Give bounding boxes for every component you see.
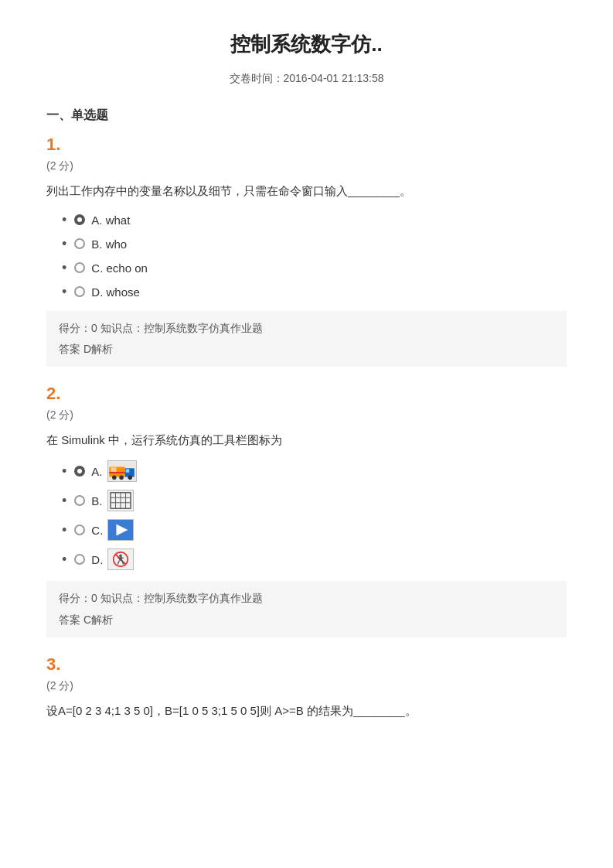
- svg-line-20: [118, 561, 120, 565]
- svg-rect-7: [109, 472, 124, 473]
- radio-2-a[interactable]: [74, 466, 85, 477]
- option-2-d-label: D.: [91, 553, 103, 566]
- svg-rect-6: [111, 468, 116, 473]
- question-2: 2. (2 分) 在 Simulink 中，运行系统仿真的工具栏图标为 A.: [46, 384, 567, 637]
- svg-marker-14: [117, 525, 128, 536]
- question-2-score: (2 分): [46, 408, 567, 422]
- option-2-c[interactable]: C.: [62, 519, 567, 541]
- question-2-text: 在 Simulink 中，运行系统仿真的工具栏图标为: [46, 430, 567, 450]
- radio-1-a[interactable]: [74, 214, 85, 225]
- question-3-number: 3.: [46, 654, 567, 675]
- truck-icon: [107, 460, 137, 482]
- radio-2-c[interactable]: [74, 525, 85, 535]
- option-1-b[interactable]: B. who: [62, 236, 567, 252]
- question-3: 3. (2 分) 设A=[0 2 3 4;1 3 5 0]，B=[1 0 5 3…: [46, 654, 567, 721]
- option-1-c-label: C. echo on: [91, 261, 148, 275]
- svg-point-2: [112, 476, 117, 480]
- option-2-c-label: C.: [91, 524, 103, 537]
- option-1-a[interactable]: A. what: [62, 212, 567, 228]
- option-2-a[interactable]: A.: [62, 460, 567, 482]
- question-3-text: 设A=[0 2 3 4;1 3 5 0]，B=[1 0 5 3;1 5 0 5]…: [46, 701, 567, 721]
- option-2-b-label: B.: [91, 494, 102, 507]
- radio-1-d[interactable]: [74, 286, 85, 297]
- question-1-score: (2 分): [46, 159, 567, 173]
- grid-icon: [107, 490, 134, 511]
- question-1-text: 列出工作内存中的变量名称以及细节，只需在命令窗口输入________。: [46, 181, 567, 201]
- svg-rect-5: [125, 470, 129, 473]
- radio-1-b[interactable]: [74, 238, 85, 249]
- question-1-number: 1.: [46, 135, 567, 155]
- question-2-number: 2.: [46, 384, 567, 404]
- answer-line-1: 答案 D解析: [59, 340, 554, 359]
- question-2-options: A. B.: [62, 460, 567, 570]
- option-1-d[interactable]: D. whose: [62, 284, 567, 300]
- question-1: 1. (2 分) 列出工作内存中的变量名称以及细节，只需在命令窗口输入_____…: [46, 135, 567, 367]
- option-1-a-label: A. what: [91, 214, 130, 227]
- submit-time: 交卷时间：2016-04-01 21:13:58: [46, 72, 567, 86]
- option-1-d-label: D. whose: [91, 285, 140, 299]
- option-1-b-label: B. who: [91, 238, 127, 251]
- forbidden-icon: [107, 548, 134, 570]
- radio-2-d[interactable]: [74, 554, 85, 565]
- answer-line-2: 答案 C解析: [59, 610, 554, 630]
- answer-score-1: 得分：0 知识点：控制系统数字仿真作业题: [59, 319, 554, 338]
- answer-score-2: 得分：0 知识点：控制系统数字仿真作业题: [59, 589, 554, 608]
- answer-area-1: 得分：0 知识点：控制系统数字仿真作业题 答案 D解析: [46, 311, 567, 367]
- question-3-score: (2 分): [46, 679, 567, 693]
- option-2-d[interactable]: D.: [62, 548, 567, 570]
- svg-point-3: [119, 476, 124, 480]
- play-icon: [107, 519, 134, 541]
- option-2-b[interactable]: B.: [62, 490, 567, 511]
- svg-point-17: [119, 555, 122, 558]
- page-title: 控制系统数字仿..: [46, 31, 567, 58]
- option-1-c[interactable]: C. echo on: [62, 260, 567, 276]
- radio-1-c[interactable]: [74, 262, 85, 273]
- question-1-options: A. what B. who C. echo on D. whose: [62, 212, 567, 300]
- section-title: 一、单选题: [46, 108, 567, 124]
- answer-area-2: 得分：0 知识点：控制系统数字仿真作业题 答案 C解析: [46, 581, 567, 637]
- radio-2-b[interactable]: [74, 495, 85, 506]
- svg-point-4: [128, 476, 132, 480]
- option-2-a-label: A.: [91, 465, 102, 478]
